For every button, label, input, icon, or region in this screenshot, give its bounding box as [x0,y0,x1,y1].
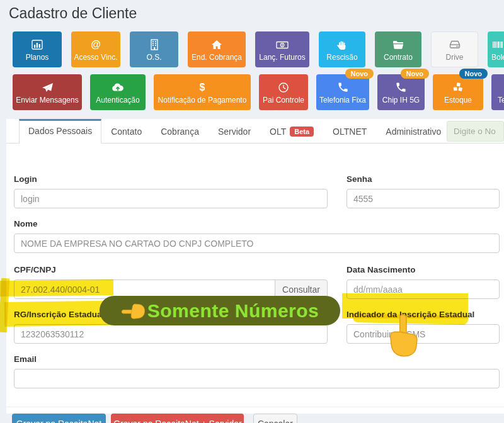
gravar-receitanet-button[interactable]: Gravar no ReceitaNet [12,414,106,423]
rg-ie-input[interactable] [14,324,328,344]
backhand-pointing-left-icon [121,298,146,324]
tab-servidor[interactable]: Servidor [209,119,260,143]
quick-action-autenticacao[interactable]: Autenticação [90,74,146,110]
quick-action-label: O.S. [146,53,161,62]
building-icon [148,38,161,52]
cpf-cnpj-label: CPF/CNPJ [14,265,328,274]
quick-action-chip-ih-5g[interactable]: Novo Chip IH 5G [377,74,425,110]
tab-dados-pessoais[interactable]: Dados Pessoais [19,119,101,144]
indicador-ie-select[interactable] [346,324,500,344]
email-label: Email [14,354,500,364]
quick-action-label: Drive [445,53,463,62]
login-input[interactable] [14,189,328,208]
quick-action-label: Pai Controle [263,96,304,104]
quick-action-tele[interactable]: Tele [491,74,504,110]
home-icon [210,38,223,52]
quick-action-label: Contrato [384,53,413,62]
hard-drive-icon [449,38,461,52]
quick-action-label: Planos [26,53,49,62]
quick-actions-row-1: Planos @ Acesso Vinc. O.S. End. Cobrança… [13,31,504,67]
data-nascimento-label: Data Nascimento [346,265,500,274]
data-nascimento-input[interactable] [346,279,500,299]
gravar-receitanet-servidor-button[interactable]: Gravar no ReceitaNet + Servidor [111,414,244,423]
cubes-icon [451,81,465,94]
tab-olt-label: OLT [270,127,286,137]
quick-action-label: Tele [498,96,504,104]
quick-action-pai-controle[interactable]: Pai Controle [259,74,308,110]
quick-action-notificacao-pagamento[interactable]: $ Notificação de Pagamento [154,74,251,110]
quick-actions-row-2: Enviar Mensagens Autenticação $ Notifica… [13,74,504,110]
quick-action-label: Bolet [491,53,504,62]
novo-badge: Novo [459,69,488,79]
email-input[interactable] [14,369,500,388]
beta-badge: Beta [290,127,314,137]
quick-action-label: Telefonia Fixa [319,96,366,104]
raised-hand-icon [336,38,348,52]
quick-action-rescisao[interactable]: Rescisão [319,31,365,67]
bar-chart-icon [31,38,43,52]
phone-icon [337,81,349,94]
nome-input[interactable] [14,234,500,253]
tab-administrativo[interactable]: Administrativo [376,119,450,143]
tab-oltnet[interactable]: OLTNET [323,119,376,143]
senha-label: Senha [346,174,500,184]
quick-action-label: Chip IH 5G [382,96,420,104]
quick-action-lanc-futuros[interactable]: Lanç. Futuros [255,31,309,67]
cloud-upload-icon [111,81,125,94]
quick-action-end-cobranca[interactable]: End. Cobrança [188,31,246,67]
quick-action-acesso-vinc[interactable]: @ Acesso Vinc. [71,31,120,67]
at-icon: @ [91,38,101,52]
form-area: Login Senha Nome CPF/CNPJ Consultar Data… [6,144,504,414]
quick-action-label: Enviar Mensagens [16,96,78,104]
quick-action-contrato[interactable]: Contrato [375,31,421,67]
paper-plane-icon [40,81,54,94]
quick-action-estoque[interactable]: Novo Estoque [433,74,483,110]
tab-olt[interactable]: OLTBeta [260,119,323,143]
folder-icon [392,38,404,52]
tab-cobranca[interactable]: Cobrança [151,119,209,143]
novo-badge: Novo [401,69,430,79]
quick-action-telefonia-fixa[interactable]: Novo Telefonia Fixa [316,74,369,110]
quick-action-label: Estoque [444,96,472,104]
quick-action-boleto[interactable]: Bolet [488,31,504,67]
tab-contato[interactable]: Contato [101,119,151,143]
clock-icon [277,81,290,94]
quick-action-label: Lanç. Futuros [259,53,305,62]
form-footer: Gravar no ReceitaNet Gravar no ReceitaNe… [6,407,504,423]
quick-action-os[interactable]: O.S. [130,31,178,67]
client-form-card: Dados Pessoais Contato Cobrança Servidor… [6,119,504,414]
quick-action-enviar-mensagens[interactable]: Enviar Mensagens [13,74,82,110]
quick-action-label: Notificação de Pagamento [158,96,247,104]
money-bill-icon [275,38,289,52]
nome-label: Nome [14,219,500,228]
quick-action-drive[interactable]: Drive [431,31,478,67]
phone-icon [395,81,407,94]
barcode-icon [491,38,504,52]
cancelar-button[interactable]: Cancelar [253,414,297,423]
login-label: Login [14,174,328,184]
annotation-text: Somente Números [147,300,319,322]
quick-action-label: Acesso Vinc. [74,53,117,62]
tab-strip: Dados Pessoais Contato Cobrança Servidor… [6,119,504,144]
quick-action-label: Rescisão [326,53,357,62]
somente-numeros-annotation: Somente Números [100,296,340,325]
novo-badge: Novo [345,69,374,79]
quick-action-label: Autenticação [96,96,139,104]
quick-action-planos[interactable]: Planos [13,31,62,67]
dollar-icon: $ [200,81,205,94]
client-search-input[interactable] [447,121,504,142]
quick-action-label: End. Cobrança [192,53,242,62]
senha-input[interactable] [346,189,500,208]
page-title: Cadastro de Cliente [9,5,137,22]
indicador-ie-label: Indicador da Inscrição Estadual [346,310,500,319]
